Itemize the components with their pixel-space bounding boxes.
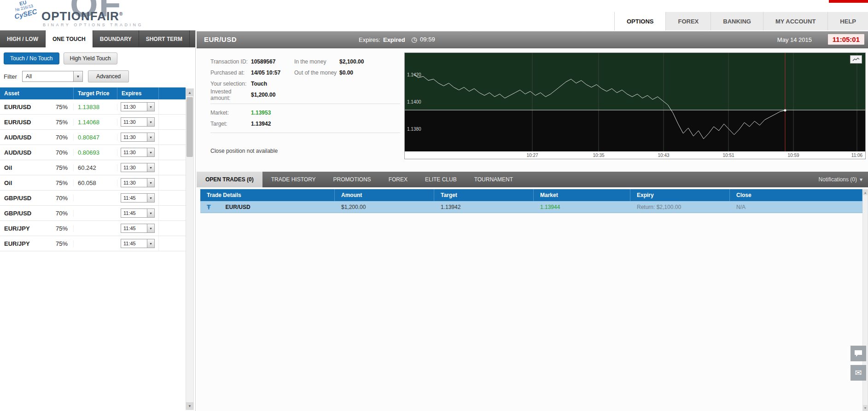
- asset-target-price: 60.242: [74, 164, 117, 171]
- sidebar: HIGH / LOWONE TOUCHBOUNDARYSHORT TERM To…: [0, 30, 196, 411]
- dropdown-arrow-icon[interactable]: ▼: [147, 209, 154, 217]
- scroll-up-icon[interactable]: ▲: [186, 89, 193, 96]
- detail-label: Your selection:: [210, 81, 251, 87]
- asset-payout: 70%: [56, 134, 68, 141]
- tab-open-trades-0[interactable]: OPEN TRADES (0): [197, 172, 262, 187]
- trade-expiry: Return: $2,100.00: [630, 201, 730, 213]
- nav-tab-banking[interactable]: BANKING: [711, 12, 763, 30]
- tab-one-touch[interactable]: ONE TOUCH: [46, 30, 93, 47]
- asset-name: AUD/USD: [4, 134, 31, 141]
- expiry-select[interactable]: 11:45▼: [121, 208, 155, 218]
- trade-row[interactable]: ŦEUR/USD$1,200.001.139421.13944Return: $…: [200, 201, 862, 213]
- asset-row[interactable]: EUR/JPY75%11:45▼: [0, 221, 186, 236]
- filter-select[interactable]: All ▼: [22, 71, 83, 82]
- filter-row: Filter All ▼ Advanced: [0, 68, 195, 87]
- expiry-select-value: 11:30: [121, 104, 138, 110]
- asset-payout: 75%: [56, 119, 68, 126]
- svg-text:10:27: 10:27: [526, 153, 538, 158]
- mail-icon[interactable]: ✉: [851, 365, 866, 381]
- dropdown-arrow-icon[interactable]: ▼: [147, 194, 154, 202]
- detail-label: Target:: [210, 121, 251, 127]
- option-type-tabs: HIGH / LOWONE TOUCHBOUNDARYSHORT TERM: [0, 30, 195, 47]
- tab-trade-history[interactable]: TRADE HISTORY: [262, 172, 325, 187]
- expiry-select[interactable]: 11:30▼: [121, 133, 155, 142]
- out-of-money-value: $0.00: [339, 69, 353, 76]
- asset-row[interactable]: GBP/USD70%11:45▼: [0, 191, 186, 206]
- detail-row: Market: 1.13953: [210, 107, 400, 118]
- expiry-select[interactable]: 11:30▼: [121, 148, 155, 157]
- brand-logo: OPTIONFAIR®: [41, 9, 123, 23]
- expiry-select[interactable]: 11:45▼: [121, 224, 155, 233]
- tab-forex[interactable]: FOREX: [380, 172, 416, 187]
- asset-row[interactable]: EUR/USD75%1.1406811:30▼: [0, 115, 186, 130]
- asset-row[interactable]: AUD/USD70%0.8084711:30▼: [0, 130, 186, 145]
- divider: [210, 133, 400, 133]
- expiry-select[interactable]: 11:45▼: [121, 193, 155, 203]
- asset-payout: 75%: [56, 164, 68, 171]
- trading-platform-page: OF EU № 216/13 CySEC OPTIONFAIR® BINARY …: [0, 0, 868, 411]
- expiry-select[interactable]: 11:30▼: [121, 178, 155, 187]
- expiry-select[interactable]: 11:30▼: [121, 117, 155, 127]
- svg-text:1.1380: 1.1380: [407, 127, 421, 132]
- dropdown-arrow-icon[interactable]: ▼: [147, 163, 154, 172]
- detail-row: Purchased at: 14/05 10:57 Out of the mon…: [210, 67, 400, 78]
- sidebar-scrollbar[interactable]: ▲ ▼: [186, 88, 194, 410]
- asset-payout: 75%: [56, 179, 68, 186]
- chat-icon[interactable]: [851, 346, 866, 361]
- expiry-select[interactable]: 11:45▼: [121, 239, 155, 248]
- dropdown-arrow-icon[interactable]: ▼: [147, 118, 154, 126]
- dropdown-arrow-icon[interactable]: ▼: [147, 133, 154, 141]
- in-the-money-value: $2,100.00: [339, 58, 364, 65]
- scroll-up-icon[interactable]: ▲: [863, 190, 868, 195]
- subtab-high-yield-touch[interactable]: High Yield Touch: [64, 52, 117, 64]
- nav-tab-forex[interactable]: FOREX: [665, 12, 711, 30]
- scroll-down-icon[interactable]: ▼: [186, 402, 193, 410]
- expiry-select-value: 11:45: [121, 241, 138, 246]
- expiry-select[interactable]: 11:30▼: [121, 102, 155, 111]
- asset-row[interactable]: EUR/JPY75%11:45▼: [0, 236, 186, 251]
- asset-row[interactable]: AUD/USD70%0.8069311:30▼: [0, 145, 186, 160]
- detail-row: Transaction ID: 10589567 In the money $2…: [210, 56, 400, 67]
- asset-name: Oil: [4, 164, 12, 171]
- tab-promotions[interactable]: PROMOTIONS: [325, 172, 380, 187]
- expiry-select-value: 11:30: [121, 180, 138, 185]
- dropdown-arrow-icon[interactable]: ▼: [147, 239, 154, 248]
- detail-row: Invested amount: $1,200.00: [210, 89, 400, 100]
- expiry-select[interactable]: 11:30▼: [121, 163, 155, 172]
- chart-canvas: 1.14201.14001.138010:2710:3510:4310:5110…: [405, 53, 865, 159]
- asset-payout: 70%: [56, 195, 68, 202]
- asset-row[interactable]: Oil75%60.24211:30▼: [0, 160, 186, 175]
- tab-boundary[interactable]: BOUNDARY: [93, 30, 139, 47]
- expiry-select-value: 11:30: [121, 119, 138, 125]
- nav-tab-help[interactable]: HELP: [827, 12, 868, 30]
- dropdown-arrow-icon[interactable]: ▼: [147, 103, 154, 111]
- tab-high-low[interactable]: HIGH / LOW: [0, 30, 46, 47]
- subtab-touch-no-touch[interactable]: Touch / No Touch: [4, 52, 59, 64]
- tab-tournament[interactable]: TOURNAMENT: [466, 172, 522, 187]
- target-value: 1.13942: [251, 121, 294, 127]
- scroll-down-icon[interactable]: ▼: [863, 405, 868, 411]
- dropdown-arrow-icon[interactable]: ▼: [147, 179, 154, 187]
- dropdown-arrow-icon[interactable]: ▼: [147, 148, 154, 156]
- asset-target-price: 0.80847: [74, 134, 117, 141]
- trade-target: 1.13942: [434, 201, 534, 213]
- nav-tab-options[interactable]: OPTIONS: [614, 12, 666, 30]
- clock-icon: ◷: [411, 36, 417, 43]
- detail-label: Purchased at:: [210, 69, 251, 76]
- notifications-button[interactable]: Notifications (0) ▾: [813, 172, 868, 187]
- dropdown-arrow-icon[interactable]: ▼: [73, 71, 82, 81]
- advanced-button[interactable]: Advanced: [88, 70, 129, 82]
- chart-type-icon[interactable]: [850, 55, 862, 64]
- expiry-select-value: 11:45: [121, 195, 138, 201]
- asset-row[interactable]: GBP/USD70%11:45▼: [0, 206, 186, 221]
- price-chart: 1.14201.14001.138010:2710:3510:4310:5110…: [404, 52, 866, 159]
- scrollbar-thumb[interactable]: [186, 97, 193, 157]
- tab-short-term[interactable]: SHORT TERM: [139, 30, 190, 47]
- tab-elite-club[interactable]: ELITE CLUB: [416, 172, 466, 187]
- current-date: May 14 2015: [777, 36, 812, 43]
- asset-row[interactable]: Oil75%60.05811:30▼: [0, 175, 186, 191]
- dropdown-arrow-icon[interactable]: ▼: [147, 224, 154, 232]
- nav-tab-my-account[interactable]: MY ACCOUNT: [763, 12, 827, 30]
- asset-row[interactable]: EUR/USD75%1.1383811:30▼: [0, 99, 186, 115]
- trade-asset: EUR/USD: [226, 204, 250, 210]
